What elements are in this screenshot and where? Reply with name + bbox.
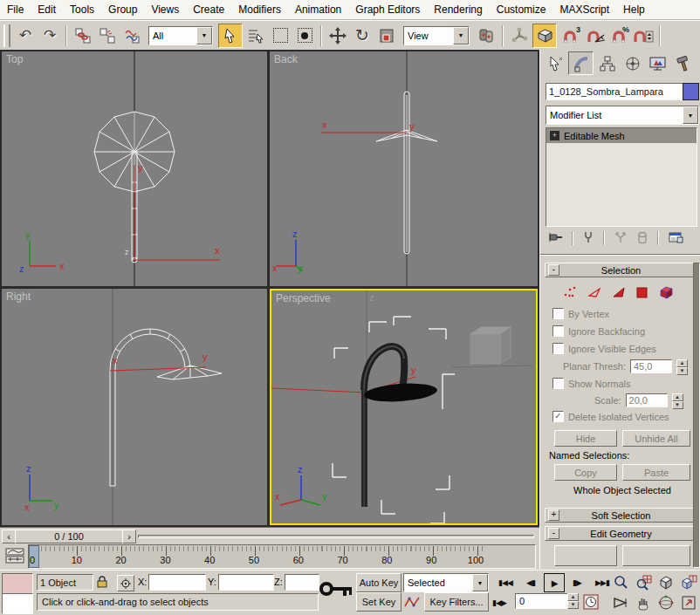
modifier-stack-list[interactable]: + Editable Mesh (546, 127, 697, 227)
open-mini-curve-editor-button[interactable] (5, 547, 24, 566)
paste-button[interactable]: Paste (622, 464, 690, 481)
select-and-rotate-button[interactable]: ↻ (351, 24, 374, 47)
menu-item[interactable]: Animation (288, 1, 348, 18)
copy-button[interactable]: Copy (554, 464, 617, 481)
set-key-button[interactable]: Set Key (356, 592, 401, 612)
tab-display[interactable] (646, 52, 669, 74)
viewport-right[interactable]: Right x y z x y (2, 289, 267, 525)
configure-modifier-sets-button[interactable] (668, 230, 683, 246)
dropdown-arrow-icon[interactable]: ▼ (472, 574, 488, 591)
viewport-right-label[interactable]: Right (6, 290, 31, 303)
dropdown-arrow-icon[interactable]: ▼ (683, 106, 698, 124)
redo-button[interactable]: ↷ (38, 24, 61, 47)
bind-to-space-warp-button[interactable] (120, 24, 143, 47)
next-frame-button[interactable]: ▮▶ (567, 574, 587, 591)
viewport-back-label[interactable]: Back (274, 53, 298, 65)
menu-item[interactable]: Modifiers (231, 1, 288, 18)
clipped-button[interactable] (622, 545, 690, 566)
select-and-manipulate-button[interactable] (508, 24, 531, 47)
snap-3d-button[interactable]: 3 (559, 24, 581, 47)
selection-rollout-header[interactable]: - Selection (545, 263, 695, 277)
tab-modify[interactable] (568, 51, 594, 75)
maxscript-mini-listener-pink[interactable] (2, 573, 33, 594)
menu-item[interactable]: Views (144, 1, 186, 18)
collapse-icon[interactable]: - (548, 528, 559, 539)
pin-stack-button[interactable] (547, 230, 563, 246)
element-mode-button[interactable] (659, 285, 674, 301)
frame-spinner[interactable]: ▲▼ (567, 593, 579, 607)
key-selection-filter-dropdown[interactable]: Selected ▼ (403, 573, 489, 592)
time-slider-handle[interactable]: 0 / 100 (15, 530, 123, 543)
field-of-view-button[interactable] (611, 593, 630, 612)
selection-filter-dropdown[interactable]: All ▼ (148, 26, 213, 45)
menu-item[interactable]: Customize (490, 1, 553, 18)
rectangular-selection-region-button[interactable] (269, 24, 292, 47)
select-and-link-button[interactable] (72, 24, 94, 47)
dropdown-arrow-icon[interactable]: ▼ (453, 27, 469, 44)
make-unique-button[interactable] (614, 230, 628, 246)
spinner-snap-button[interactable] (632, 24, 655, 47)
selection-lock-toggle[interactable] (96, 575, 108, 591)
stack-expand-icon[interactable]: + (550, 131, 559, 140)
unlink-selection-button[interactable] (96, 24, 119, 47)
min-max-toggle-button[interactable] (679, 593, 698, 612)
track-ruler[interactable]: 0102030405060708090100 (28, 544, 536, 569)
absolute-offset-mode-toggle[interactable] (117, 575, 134, 591)
arc-rotate-button[interactable] (656, 593, 676, 612)
polygon-mode-button[interactable] (636, 285, 649, 301)
show-normals-checkbox[interactable] (552, 378, 564, 389)
viewport-perspective-label[interactable]: Perspective (276, 292, 331, 304)
edit-geometry-rollout-header[interactable]: - Edit Geometry (545, 526, 695, 541)
menu-item[interactable]: Create (186, 1, 231, 18)
normals-scale-field[interactable]: 20,0 (626, 393, 668, 407)
planar-thresh-field[interactable]: 45,0 (630, 359, 672, 373)
time-configuration-button[interactable] (583, 594, 599, 612)
zoom-all-button[interactable] (634, 573, 653, 591)
menu-item[interactable]: Tools (63, 1, 101, 18)
perspective-viewport-canvas[interactable]: z y (271, 290, 536, 523)
snaps-toggle-button[interactable] (532, 24, 557, 48)
z-coordinate-field[interactable] (285, 574, 319, 591)
time-slider-track[interactable] (138, 535, 534, 538)
normals-scale-spinner[interactable]: ▲▼ (672, 393, 683, 407)
by-vertex-checkbox[interactable] (552, 308, 564, 319)
menu-item[interactable]: MAXScript (552, 1, 616, 18)
face-mode-button[interactable] (612, 285, 626, 301)
tab-utilities[interactable] (671, 52, 695, 74)
previous-frame-button[interactable]: ◀▮ (521, 574, 540, 591)
menu-item[interactable]: Group (101, 1, 144, 18)
show-end-result-button[interactable] (582, 230, 594, 246)
default-in-out-tangents-button[interactable] (403, 594, 421, 610)
hide-button[interactable]: Hide (554, 430, 617, 447)
menu-item[interactable]: Edit (31, 1, 63, 18)
zoom-extents-button[interactable] (656, 573, 676, 591)
delete-isolated-checkbox[interactable]: ✓ (552, 411, 564, 422)
auto-key-button[interactable]: Auto Key (356, 573, 401, 592)
current-frame-field[interactable]: 0 (515, 593, 569, 609)
percent-snap-button[interactable]: % (607, 24, 630, 47)
viewport-top-label[interactable]: Top (6, 53, 23, 65)
select-and-move-button[interactable] (326, 24, 349, 47)
dropdown-arrow-icon[interactable]: ▼ (196, 27, 212, 44)
zoom-button[interactable] (611, 573, 630, 591)
undo-button[interactable]: ↶ (14, 24, 37, 47)
viewport-back[interactable]: Back x y z x y (270, 51, 538, 286)
go-to-start-button[interactable]: ▮◀◀ (494, 574, 517, 591)
angle-snap-button[interactable] (583, 24, 606, 47)
menu-item[interactable]: Rendering (427, 1, 489, 18)
remove-modifier-button[interactable] (636, 230, 649, 246)
top-viewport-canvas[interactable]: x y z y x z (2, 51, 267, 286)
soft-selection-rollout-header[interactable]: + Soft Selection (545, 508, 695, 523)
panel-scrollbar[interactable] (693, 263, 700, 568)
modifier-list-dropdown[interactable]: Modifier List ▼ (546, 106, 699, 125)
y-coordinate-field[interactable] (218, 574, 274, 591)
use-pivot-point-center-button[interactable] (475, 24, 498, 47)
select-object-button[interactable] (218, 24, 243, 48)
maxscript-mini-listener-white[interactable] (2, 593, 33, 614)
time-forward-button[interactable]: › (122, 530, 136, 543)
ignore-visible-edges-checkbox[interactable] (552, 343, 564, 354)
unhide-all-button[interactable]: Unhide All (622, 430, 690, 447)
tab-hierarchy[interactable] (595, 52, 619, 74)
vertex-mode-button[interactable] (563, 285, 577, 301)
object-name-field[interactable]: 1_0128_Sombra_Lampara (546, 83, 685, 100)
